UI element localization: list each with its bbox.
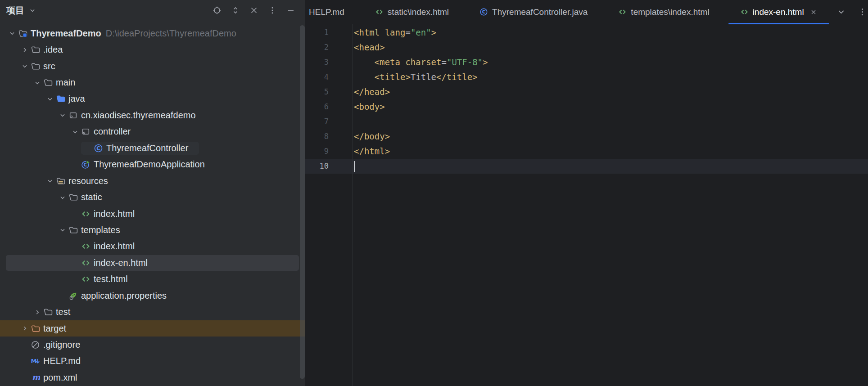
tab-index-en-html[interactable]: index-en.html xyxy=(728,0,829,24)
chevron-spacer xyxy=(69,275,81,284)
chevron-down-icon[interactable] xyxy=(19,62,31,71)
tree-row-application-properties[interactable]: application.properties xyxy=(0,287,305,304)
tree-row-content: static xyxy=(57,192,102,202)
tree-item-label: HELP.md xyxy=(43,356,81,366)
tree-row-resources[interactable]: resources xyxy=(0,173,305,189)
svg-text:M: M xyxy=(31,358,37,365)
text-caret xyxy=(354,161,355,172)
code-line: <title>Title</title> xyxy=(354,70,868,85)
hidden-tabs-icon[interactable] xyxy=(836,7,846,17)
chevron-spacer xyxy=(19,341,31,350)
tree-row-content: .idea xyxy=(19,45,63,55)
chevron-spacer xyxy=(19,357,31,366)
tree-row-thyremeafdemo[interactable]: ThyremeafDemoD:\ideaProjects\ThyremeafDe… xyxy=(0,25,305,41)
chevron-spacer xyxy=(19,373,31,382)
folder-resources-icon xyxy=(56,176,65,186)
tree-row-controller[interactable]: controller xyxy=(0,124,305,140)
tree-row-index-en-html[interactable]: index-en.html xyxy=(0,255,305,271)
editor-tab-bar: HELP.mdstatic\index.htmlCThyremeafContro… xyxy=(305,0,868,24)
tree-row-content: MHELP.md xyxy=(19,356,81,366)
tree-item-label: test.html xyxy=(94,274,128,284)
folder-icon xyxy=(68,225,78,235)
code-editor[interactable]: <html lang="en"><head> <meta charset="UT… xyxy=(354,25,868,174)
chevron-down-icon[interactable] xyxy=(32,78,43,87)
tree-row-content: target xyxy=(19,323,66,334)
tree-row-content: cn.xiaodisec.thyremeafdemo xyxy=(57,110,196,121)
tab-thyremeafcontroller-java[interactable]: CThyremeafController.java xyxy=(468,0,599,24)
tree-item-label: index.html xyxy=(94,241,135,251)
tree-row-main[interactable]: main xyxy=(0,74,305,90)
code-line: <body> xyxy=(354,99,868,114)
chevron-down-icon[interactable] xyxy=(44,94,56,103)
folder-icon xyxy=(43,307,53,317)
project-title-chevron-icon[interactable] xyxy=(28,6,36,14)
code-line xyxy=(354,114,868,129)
tab-help-md[interactable]: HELP.md xyxy=(305,0,356,24)
chevron-down-icon[interactable] xyxy=(44,176,56,185)
html-icon xyxy=(618,8,627,16)
line-number: 3 xyxy=(305,55,352,70)
folder-icon xyxy=(68,193,78,202)
line-number: 8 xyxy=(305,129,352,144)
chevron-down-icon[interactable] xyxy=(6,29,18,38)
chevron-right-icon[interactable] xyxy=(32,308,43,317)
tree-row-test[interactable]: test xyxy=(0,304,305,320)
tree-row-gitignore[interactable]: .gitignore xyxy=(0,337,305,353)
tree-row-thyremeafdemoapplication[interactable]: CThyremeafDemoApplication xyxy=(0,157,305,173)
expand-collapse-icon[interactable] xyxy=(231,6,240,15)
tab-label: index-en.html xyxy=(753,7,804,17)
chevron-spacer xyxy=(69,258,81,267)
line-number: 5 xyxy=(305,85,352,99)
chevron-down-icon[interactable] xyxy=(69,127,81,136)
tree-row-index-html[interactable]: index.html xyxy=(0,238,305,255)
tab-templates-index-html[interactable]: templates\index.html xyxy=(606,0,721,24)
tree-row-index-html[interactable]: index.html xyxy=(0,206,305,222)
line-number: 2 xyxy=(305,40,352,55)
collapse-all-icon[interactable] xyxy=(249,6,258,15)
tree-row-content: main xyxy=(32,77,75,88)
tree-row-src[interactable]: src xyxy=(0,58,305,74)
code-line: <head> xyxy=(354,40,868,55)
tree-row-java[interactable]: java xyxy=(0,91,305,107)
tree-row-help-md[interactable]: MHELP.md xyxy=(0,353,305,369)
tab-options-icon[interactable] xyxy=(858,7,867,17)
editor-area: HELP.mdstatic\index.htmlCThyremeafContro… xyxy=(305,0,868,386)
locate-icon[interactable] xyxy=(212,6,222,15)
tab-label: ThyremeafController.java xyxy=(492,7,588,17)
tree-row-content: CThyremeafDemoApplication xyxy=(69,159,205,170)
tree-row-content: index-en.html xyxy=(69,258,148,268)
chevron-down-icon[interactable] xyxy=(57,111,68,120)
chevron-right-icon[interactable] xyxy=(19,45,31,54)
properties-icon xyxy=(68,291,78,301)
tree-row-content: java xyxy=(44,94,85,104)
chevron-down-icon[interactable] xyxy=(57,193,68,202)
tree-item-label: .gitignore xyxy=(43,340,80,350)
html-icon xyxy=(81,242,90,251)
chevron-right-icon[interactable] xyxy=(19,324,31,333)
tab-static-index-html[interactable]: static\index.html xyxy=(363,0,461,24)
tree-row-templates[interactable]: templates xyxy=(0,222,305,238)
tree-row-pom-xml[interactable]: mpom.xml xyxy=(0,369,305,386)
tab-label: HELP.md xyxy=(309,7,344,17)
line-number: 10 xyxy=(305,159,352,174)
more-options-icon[interactable] xyxy=(268,6,277,15)
tree-item-label: resources xyxy=(68,176,108,186)
tree-item-label: .idea xyxy=(43,45,63,55)
gitignore-icon xyxy=(31,340,40,350)
folder-icon xyxy=(31,62,40,71)
tree-row-thyremeafcontroller[interactable]: CThyremeafController xyxy=(0,140,305,156)
tree-row-target[interactable]: target xyxy=(0,320,305,337)
tree-row-cn-xiaodisec-thyremeafdemo[interactable]: cn.xiaodisec.thyremeafdemo xyxy=(0,107,305,123)
tree-item-label: ThyremeafDemo xyxy=(31,28,101,39)
svg-text:C: C xyxy=(96,145,100,151)
tree-row-static[interactable]: static xyxy=(0,189,305,205)
tree-row-content: index.html xyxy=(69,209,135,219)
project-scrollbar[interactable] xyxy=(300,25,305,379)
hide-panel-icon[interactable] xyxy=(286,6,295,15)
tree-row-idea[interactable]: .idea xyxy=(0,41,305,58)
chevron-down-icon[interactable] xyxy=(57,225,68,234)
folder-icon xyxy=(31,45,40,54)
tab-close-icon[interactable] xyxy=(809,8,818,16)
tree-row-content: resources xyxy=(44,176,108,186)
tree-row-test-html[interactable]: test.html xyxy=(0,271,305,287)
